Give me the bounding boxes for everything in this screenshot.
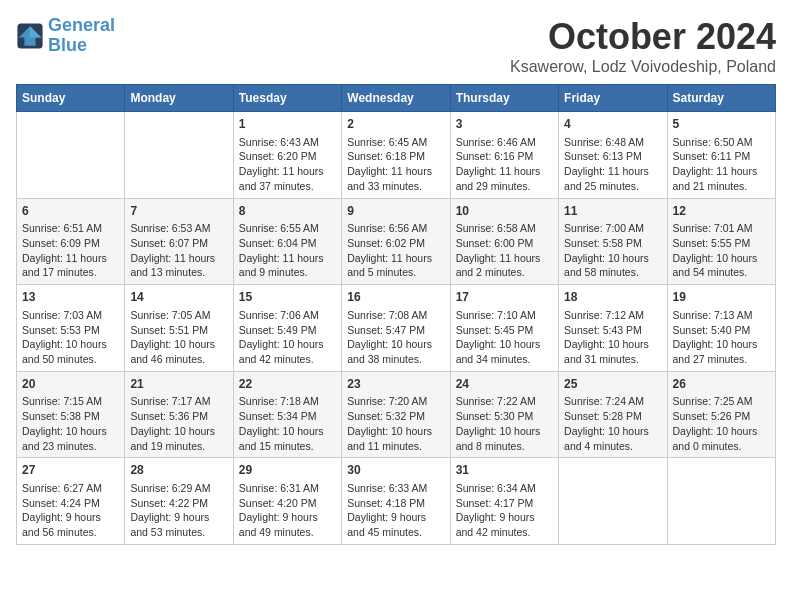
title-block: October 2024 Ksawerow, Lodz Voivodeship,… xyxy=(510,16,776,76)
day-info: Sunrise: 6:45 AMSunset: 6:18 PMDaylight:… xyxy=(347,135,444,194)
calendar-day-cell: 10Sunrise: 6:58 AMSunset: 6:00 PMDayligh… xyxy=(450,198,558,285)
day-info: Sunrise: 7:17 AMSunset: 5:36 PMDaylight:… xyxy=(130,394,227,453)
day-number: 13 xyxy=(22,289,119,306)
day-number: 15 xyxy=(239,289,336,306)
location-subtitle: Ksawerow, Lodz Voivodeship, Poland xyxy=(510,58,776,76)
day-number: 14 xyxy=(130,289,227,306)
day-info: Sunrise: 6:51 AMSunset: 6:09 PMDaylight:… xyxy=(22,221,119,280)
day-number: 17 xyxy=(456,289,553,306)
calendar-day-cell xyxy=(17,112,125,199)
calendar-day-cell: 7Sunrise: 6:53 AMSunset: 6:07 PMDaylight… xyxy=(125,198,233,285)
logo-text: General Blue xyxy=(48,16,115,56)
calendar-day-cell: 9Sunrise: 6:56 AMSunset: 6:02 PMDaylight… xyxy=(342,198,450,285)
calendar-day-cell: 13Sunrise: 7:03 AMSunset: 5:53 PMDayligh… xyxy=(17,285,125,372)
calendar-day-cell: 3Sunrise: 6:46 AMSunset: 6:16 PMDaylight… xyxy=(450,112,558,199)
calendar-day-cell: 14Sunrise: 7:05 AMSunset: 5:51 PMDayligh… xyxy=(125,285,233,372)
calendar-day-cell: 25Sunrise: 7:24 AMSunset: 5:28 PMDayligh… xyxy=(559,371,667,458)
day-info: Sunrise: 7:22 AMSunset: 5:30 PMDaylight:… xyxy=(456,394,553,453)
calendar-day-cell: 17Sunrise: 7:10 AMSunset: 5:45 PMDayligh… xyxy=(450,285,558,372)
day-info: Sunrise: 7:00 AMSunset: 5:58 PMDaylight:… xyxy=(564,221,661,280)
day-number: 18 xyxy=(564,289,661,306)
day-info: Sunrise: 6:33 AMSunset: 4:18 PMDaylight:… xyxy=(347,481,444,540)
day-number: 24 xyxy=(456,376,553,393)
day-info: Sunrise: 7:24 AMSunset: 5:28 PMDaylight:… xyxy=(564,394,661,453)
day-number: 10 xyxy=(456,203,553,220)
day-number: 2 xyxy=(347,116,444,133)
calendar-day-cell: 20Sunrise: 7:15 AMSunset: 5:38 PMDayligh… xyxy=(17,371,125,458)
logo: General Blue xyxy=(16,16,115,56)
day-info: Sunrise: 6:48 AMSunset: 6:13 PMDaylight:… xyxy=(564,135,661,194)
calendar-day-cell: 29Sunrise: 6:31 AMSunset: 4:20 PMDayligh… xyxy=(233,458,341,545)
day-number: 19 xyxy=(673,289,770,306)
day-info: Sunrise: 7:06 AMSunset: 5:49 PMDaylight:… xyxy=(239,308,336,367)
day-number: 29 xyxy=(239,462,336,479)
calendar-day-cell: 6Sunrise: 6:51 AMSunset: 6:09 PMDaylight… xyxy=(17,198,125,285)
page-header: General Blue October 2024 Ksawerow, Lodz… xyxy=(16,16,776,76)
day-info: Sunrise: 6:56 AMSunset: 6:02 PMDaylight:… xyxy=(347,221,444,280)
calendar-day-cell: 26Sunrise: 7:25 AMSunset: 5:26 PMDayligh… xyxy=(667,371,775,458)
day-number: 26 xyxy=(673,376,770,393)
day-number: 22 xyxy=(239,376,336,393)
day-info: Sunrise: 7:01 AMSunset: 5:55 PMDaylight:… xyxy=(673,221,770,280)
calendar-week-row: 20Sunrise: 7:15 AMSunset: 5:38 PMDayligh… xyxy=(17,371,776,458)
calendar-day-cell: 12Sunrise: 7:01 AMSunset: 5:55 PMDayligh… xyxy=(667,198,775,285)
calendar-day-cell: 24Sunrise: 7:22 AMSunset: 5:30 PMDayligh… xyxy=(450,371,558,458)
weekday-header: Tuesday xyxy=(233,85,341,112)
day-info: Sunrise: 6:29 AMSunset: 4:22 PMDaylight:… xyxy=(130,481,227,540)
day-info: Sunrise: 7:25 AMSunset: 5:26 PMDaylight:… xyxy=(673,394,770,453)
day-info: Sunrise: 6:50 AMSunset: 6:11 PMDaylight:… xyxy=(673,135,770,194)
weekday-header: Saturday xyxy=(667,85,775,112)
calendar-day-cell: 16Sunrise: 7:08 AMSunset: 5:47 PMDayligh… xyxy=(342,285,450,372)
weekday-header-row: SundayMondayTuesdayWednesdayThursdayFrid… xyxy=(17,85,776,112)
calendar-day-cell: 5Sunrise: 6:50 AMSunset: 6:11 PMDaylight… xyxy=(667,112,775,199)
day-info: Sunrise: 7:18 AMSunset: 5:34 PMDaylight:… xyxy=(239,394,336,453)
day-info: Sunrise: 7:20 AMSunset: 5:32 PMDaylight:… xyxy=(347,394,444,453)
day-number: 12 xyxy=(673,203,770,220)
logo-line2: Blue xyxy=(48,35,87,55)
day-info: Sunrise: 6:27 AMSunset: 4:24 PMDaylight:… xyxy=(22,481,119,540)
calendar-day-cell xyxy=(667,458,775,545)
day-number: 6 xyxy=(22,203,119,220)
calendar-day-cell xyxy=(559,458,667,545)
calendar-week-row: 6Sunrise: 6:51 AMSunset: 6:09 PMDaylight… xyxy=(17,198,776,285)
day-info: Sunrise: 7:12 AMSunset: 5:43 PMDaylight:… xyxy=(564,308,661,367)
logo-line1: General xyxy=(48,15,115,35)
calendar-day-cell: 22Sunrise: 7:18 AMSunset: 5:34 PMDayligh… xyxy=(233,371,341,458)
day-info: Sunrise: 6:34 AMSunset: 4:17 PMDaylight:… xyxy=(456,481,553,540)
calendar-day-cell: 15Sunrise: 7:06 AMSunset: 5:49 PMDayligh… xyxy=(233,285,341,372)
day-number: 21 xyxy=(130,376,227,393)
calendar-week-row: 1Sunrise: 6:43 AMSunset: 6:20 PMDaylight… xyxy=(17,112,776,199)
logo-icon xyxy=(16,22,44,50)
day-info: Sunrise: 6:31 AMSunset: 4:20 PMDaylight:… xyxy=(239,481,336,540)
calendar-day-cell: 28Sunrise: 6:29 AMSunset: 4:22 PMDayligh… xyxy=(125,458,233,545)
day-number: 20 xyxy=(22,376,119,393)
calendar-week-row: 27Sunrise: 6:27 AMSunset: 4:24 PMDayligh… xyxy=(17,458,776,545)
day-info: Sunrise: 7:03 AMSunset: 5:53 PMDaylight:… xyxy=(22,308,119,367)
calendar-day-cell: 11Sunrise: 7:00 AMSunset: 5:58 PMDayligh… xyxy=(559,198,667,285)
month-title: October 2024 xyxy=(510,16,776,58)
calendar-table: SundayMondayTuesdayWednesdayThursdayFrid… xyxy=(16,84,776,545)
weekday-header: Monday xyxy=(125,85,233,112)
day-number: 16 xyxy=(347,289,444,306)
weekday-header: Thursday xyxy=(450,85,558,112)
day-number: 23 xyxy=(347,376,444,393)
day-number: 31 xyxy=(456,462,553,479)
weekday-header: Sunday xyxy=(17,85,125,112)
calendar-day-cell: 8Sunrise: 6:55 AMSunset: 6:04 PMDaylight… xyxy=(233,198,341,285)
calendar-week-row: 13Sunrise: 7:03 AMSunset: 5:53 PMDayligh… xyxy=(17,285,776,372)
day-number: 8 xyxy=(239,203,336,220)
weekday-header: Friday xyxy=(559,85,667,112)
day-number: 28 xyxy=(130,462,227,479)
calendar-day-cell xyxy=(125,112,233,199)
calendar-day-cell: 1Sunrise: 6:43 AMSunset: 6:20 PMDaylight… xyxy=(233,112,341,199)
day-info: Sunrise: 7:05 AMSunset: 5:51 PMDaylight:… xyxy=(130,308,227,367)
day-number: 1 xyxy=(239,116,336,133)
calendar-day-cell: 23Sunrise: 7:20 AMSunset: 5:32 PMDayligh… xyxy=(342,371,450,458)
day-info: Sunrise: 7:15 AMSunset: 5:38 PMDaylight:… xyxy=(22,394,119,453)
day-info: Sunrise: 6:55 AMSunset: 6:04 PMDaylight:… xyxy=(239,221,336,280)
day-number: 7 xyxy=(130,203,227,220)
day-info: Sunrise: 7:10 AMSunset: 5:45 PMDaylight:… xyxy=(456,308,553,367)
day-number: 4 xyxy=(564,116,661,133)
calendar-day-cell: 19Sunrise: 7:13 AMSunset: 5:40 PMDayligh… xyxy=(667,285,775,372)
calendar-day-cell: 31Sunrise: 6:34 AMSunset: 4:17 PMDayligh… xyxy=(450,458,558,545)
